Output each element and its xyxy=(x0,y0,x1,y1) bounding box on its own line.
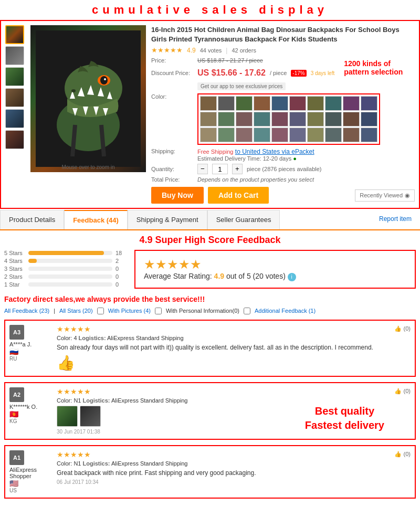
color-item[interactable] xyxy=(271,96,288,111)
reviewer-country-2: KG xyxy=(9,418,51,424)
color-item[interactable] xyxy=(236,112,253,126)
info-icon[interactable]: i xyxy=(288,273,296,281)
filter-stars-checkbox[interactable] xyxy=(97,308,104,314)
color-item[interactable] xyxy=(307,128,324,142)
action-row: Buy Now Add to Cart Recently Viewed ◉ xyxy=(151,187,415,204)
color-item[interactable] xyxy=(271,128,288,142)
like-btn-3[interactable]: 👍 (0) xyxy=(394,451,411,457)
color-item[interactable] xyxy=(271,112,288,126)
color-item[interactable] xyxy=(218,128,235,142)
filter-row: All Feedback (23) | All Stars (20) With … xyxy=(4,308,416,314)
filter-all-feedback[interactable]: All Feedback (23) xyxy=(4,308,49,314)
recently-viewed[interactable]: Recently Viewed ◉ xyxy=(355,189,415,202)
color-item[interactable] xyxy=(343,128,360,142)
bar-count-1: 0 xyxy=(116,281,126,288)
review-date-3: 06 Jul 2017 10:34 xyxy=(57,479,384,485)
qty-available: piece (2876 pieces available) xyxy=(247,166,321,172)
svg-line-8 xyxy=(101,125,104,156)
like-btn-1[interactable]: 👍 (0) xyxy=(394,325,411,332)
filter-all-stars[interactable]: All Stars (20) xyxy=(59,308,93,314)
thumbnail-5[interactable] xyxy=(5,109,24,128)
add-cart-button[interactable]: Add to Cart xyxy=(208,187,269,204)
review-stars-1: ★★★★★ xyxy=(57,325,384,333)
color-item[interactable] xyxy=(343,96,360,111)
review-stars-2: ★★★★★ xyxy=(57,387,384,396)
reviewer-col-3: A1 AliExpress Shopper 🇺🇸 US xyxy=(9,450,51,493)
review-img-2[interactable] xyxy=(80,406,101,427)
stars-display: ★★★★★ xyxy=(151,46,183,54)
like-btn-2[interactable]: 👍 (0) xyxy=(394,388,411,394)
color-item[interactable] xyxy=(361,96,377,111)
product-title: 16-Inch 2015 Hot Children Animal Bag Din… xyxy=(151,25,415,44)
color-item[interactable] xyxy=(325,128,342,142)
filter-pictures[interactable]: With Pictures (4) xyxy=(108,308,151,314)
color-item[interactable] xyxy=(200,112,217,126)
buy-now-button[interactable]: Buy Now xyxy=(151,187,204,204)
rating-row: ★★★★★ 4.9 44 votes | 42 orders xyxy=(151,46,415,54)
zoom-hint: Mouse over to zoom in xyxy=(61,164,114,170)
best-quality: Best quality xyxy=(305,405,384,417)
orders-text: 42 orders xyxy=(232,47,256,54)
ship-dest[interactable]: to United States via ePacket xyxy=(235,148,314,155)
color-item[interactable] xyxy=(361,128,377,142)
star-bars: 5 Stars 18 4 Stars 2 3 Stars 0 2 Stars 0… xyxy=(4,250,126,291)
original-price: US $18.87 - 21.27 / piece xyxy=(197,57,263,64)
color-item[interactable] xyxy=(200,96,217,111)
color-item[interactable] xyxy=(343,112,360,126)
reviewer-col-1: A3 A****a J. 🇷🇺 RU xyxy=(9,325,51,372)
quantity-row: − + piece (2876 pieces available) xyxy=(197,164,321,174)
color-grid xyxy=(197,93,380,145)
color-item[interactable] xyxy=(325,96,342,111)
qty-plus-btn[interactable]: + xyxy=(232,164,243,174)
color-item[interactable] xyxy=(254,112,270,126)
free-ship: Free Shipping xyxy=(197,149,234,155)
color-item[interactable] xyxy=(218,96,235,111)
reviewer-country-3: US xyxy=(9,488,51,493)
price-section: Price: US $18.87 - 21.27 / piece Discoun… xyxy=(151,57,415,90)
color-item[interactable] xyxy=(289,112,306,126)
shipping-label: Shipping: xyxy=(151,148,193,154)
color-item[interactable] xyxy=(254,96,270,111)
thumbnail-6[interactable] xyxy=(5,130,24,149)
tab-feedback[interactable]: Feedback (44) xyxy=(64,210,128,229)
color-item[interactable] xyxy=(289,96,306,111)
color-item[interactable] xyxy=(200,128,217,142)
tab-seller[interactable]: Seller Guarantees xyxy=(207,210,280,229)
qty-minus-btn[interactable]: − xyxy=(197,164,208,174)
svg-line-7 xyxy=(72,125,75,156)
thumbnail-3[interactable] xyxy=(5,67,24,86)
feedback-section: 4.9 Super High Score Feedback 5 Stars 18… xyxy=(0,230,420,508)
filter-additional[interactable]: Additional Feedback (1) xyxy=(255,308,316,314)
color-item[interactable] xyxy=(307,96,324,111)
review-body-3: ★★★★★ Color: N1 Logistics: AliExpress St… xyxy=(57,450,384,493)
star-4-label: 4 Stars xyxy=(4,258,25,264)
thumbnail-1[interactable] xyxy=(5,25,24,44)
review-thumb-emoji: 👍 xyxy=(57,354,384,372)
dinosaur-svg xyxy=(36,30,141,167)
thumbnail-4[interactable] xyxy=(5,88,24,107)
color-item[interactable] xyxy=(361,112,377,126)
review-img-1[interactable] xyxy=(57,406,78,427)
star-bar-3: 3 Stars 0 xyxy=(4,266,126,272)
filter-personal-checkbox[interactable] xyxy=(155,308,162,314)
reviewer-flag-2: 🇰🇬 xyxy=(9,410,51,418)
qty-input[interactable] xyxy=(212,164,228,174)
color-item[interactable] xyxy=(289,128,306,142)
discount-badge: -17% xyxy=(291,70,306,77)
color-item[interactable] xyxy=(236,128,253,142)
bar-count-4: 2 xyxy=(116,258,126,264)
avatar-2: A2 xyxy=(9,387,24,402)
review-meta-3: Color: N1 Logistics: AliExpress Standard… xyxy=(57,460,384,467)
star-bar-4: 4 Stars 2 xyxy=(4,258,126,264)
tab-shipping[interactable]: Shipping & Payment xyxy=(128,210,207,229)
filter-additional-checkbox[interactable] xyxy=(244,308,250,314)
color-item[interactable] xyxy=(218,112,235,126)
color-item[interactable] xyxy=(325,112,342,126)
thumbnail-2[interactable] xyxy=(5,46,24,65)
color-item[interactable] xyxy=(236,96,253,111)
tab-product-details[interactable]: Product Details xyxy=(0,210,64,229)
color-item[interactable] xyxy=(254,128,270,142)
tab-report[interactable]: Report item xyxy=(371,210,420,229)
days-left: 3 days left xyxy=(311,70,335,76)
color-item[interactable] xyxy=(307,112,324,126)
